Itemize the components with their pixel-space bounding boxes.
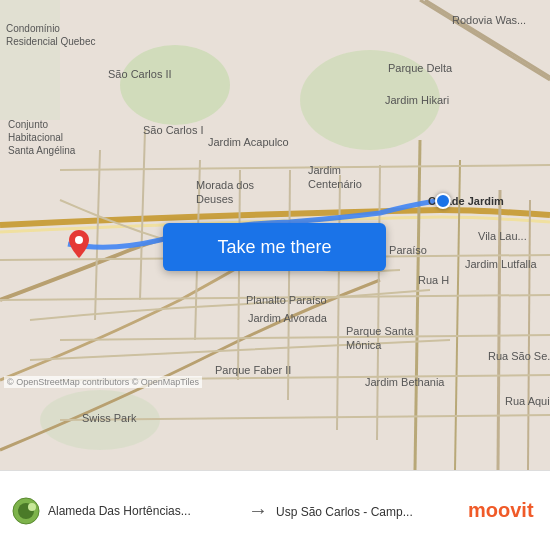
destination-pin xyxy=(68,230,90,258)
map-attribution: © OpenStreetMap contributors © OpenMapTi… xyxy=(4,376,202,388)
route-to: Usp São Carlos - Camp... xyxy=(276,502,468,520)
bottom-bar: Alameda Das Hortências... → Usp São Carl… xyxy=(0,470,550,550)
route-to-label: Usp São Carlos - Camp... xyxy=(276,505,413,519)
route-info: Alameda Das Hortências... → Usp São Carl… xyxy=(12,497,538,525)
label-ruah: Rua H xyxy=(418,274,449,286)
label-rodovia: Rodovia Was... xyxy=(452,14,526,26)
svg-text:moovit: moovit xyxy=(468,499,534,521)
moovit-logo: moovit xyxy=(468,497,538,525)
label-parquesanta: Parque SantaMônica xyxy=(346,324,413,353)
label-jardimcent: JardimCentenário xyxy=(308,163,362,192)
label-saocarlasII: São Carlos II xyxy=(108,68,172,80)
svg-point-4 xyxy=(75,236,83,244)
label-parquefaber: Parque Faber II xyxy=(215,364,291,376)
label-jardimath: Jardim Bethania xyxy=(365,376,445,388)
svg-rect-3 xyxy=(0,0,60,120)
label-morada: Morada dosDeuses xyxy=(196,178,254,207)
route-arrow-icon: → xyxy=(248,499,268,522)
label-jardimalvorada: Jardim Alvorada xyxy=(248,312,327,324)
route-from: Alameda Das Hortências... xyxy=(48,504,240,518)
take-me-there-button[interactable]: Take me there xyxy=(163,223,386,271)
label-conjunto: ConjuntoHabitacionalSanta Angélina xyxy=(8,118,75,157)
label-planalto: Planalto Paraíso xyxy=(246,294,327,306)
origin-dot xyxy=(435,193,451,209)
label-jardimluft: Jardim Lutfalla xyxy=(465,258,537,270)
label-ruasaose: Rua São Se... xyxy=(488,350,550,362)
label-vilalau: Vila Lau... xyxy=(478,230,527,242)
svg-point-7 xyxy=(28,503,36,511)
label-jardimhikari: Jardim Hikari xyxy=(385,94,449,106)
label-condominio: CondomínioResidencial Quebec xyxy=(6,22,96,48)
svg-point-0 xyxy=(120,45,230,125)
label-jardimacapulco: Jardim Acapulco xyxy=(208,136,289,148)
label-saocarlasI: São Carlos I xyxy=(143,124,204,136)
map-view: CondomínioResidencial Quebec São Carlos … xyxy=(0,0,550,470)
label-swisspark: Swiss Park xyxy=(82,412,136,424)
label-ruaaquid: Rua Aquid... xyxy=(505,395,550,407)
label-parquedelta: Parque Delta xyxy=(388,62,452,74)
osm-logo xyxy=(12,497,40,525)
route-from-label: Alameda Das Hortências... xyxy=(48,504,228,518)
